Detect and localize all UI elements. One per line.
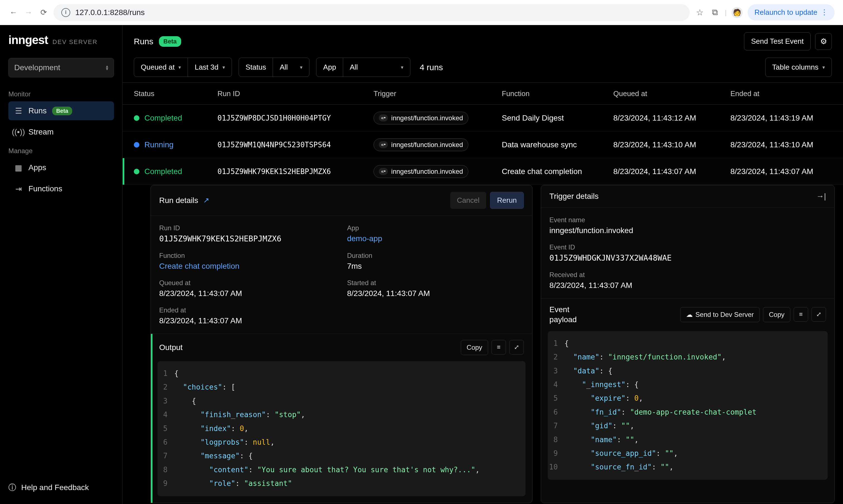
- page-header: Runs Beta Send Test Event ⚙: [123, 25, 843, 58]
- detail-queued-at: 8/23/2024, 11:43:07 AM: [159, 289, 336, 298]
- url-text: 127.0.0.1:8288/runs: [75, 8, 145, 17]
- copy-payload-button[interactable]: Copy: [763, 307, 790, 322]
- trigger-details-title: Trigger details: [549, 192, 599, 201]
- filters-bar: Queued at▾ Last 3d▾ Status All▾ App All▾…: [123, 58, 843, 83]
- runs-icon: ☰: [14, 106, 23, 115]
- output-code: 1{2 "choices": [3 {4 "finish_reason": "s…: [157, 361, 526, 496]
- page-title: Runs: [134, 37, 153, 46]
- col-run-id: Run ID: [218, 89, 374, 98]
- url-bar[interactable]: i 127.0.0.1:8288/runs: [53, 4, 690, 21]
- profile-avatar[interactable]: 🧑: [732, 7, 743, 18]
- cloud-icon: ☁: [686, 311, 693, 319]
- site-info-icon[interactable]: i: [61, 8, 70, 17]
- trigger-event-name: inngest/function.invoked: [549, 226, 826, 235]
- collapse-icon[interactable]: →|: [816, 192, 826, 201]
- wrap-lines-button[interactable]: ≡: [492, 340, 506, 355]
- send-to-dev-server-button[interactable]: ☁Send to Dev Server: [680, 307, 760, 322]
- help-icon: ⓘ: [8, 482, 16, 493]
- chevron-down-icon: ▾: [822, 64, 825, 70]
- relaunch-button[interactable]: Relaunch to update ⋮: [748, 4, 835, 21]
- detail-ended-at: 8/23/2024, 11:43:07 AM: [159, 316, 336, 325]
- expand-button[interactable]: ⤢: [811, 307, 826, 322]
- chevron-down-icon: ▾: [222, 64, 225, 70]
- logo: inngest DEV SERVER: [0, 25, 122, 52]
- chevron-down-icon: ▾: [178, 64, 181, 70]
- table-row[interactable]: Completed01J5Z9WHK79KEK1S2HEBPJMZX6«•inn…: [123, 158, 843, 185]
- apps-icon: ▦: [14, 163, 23, 172]
- app-filter[interactable]: App All▾: [316, 58, 410, 77]
- table-header: Status Run ID Trigger Function Queued at…: [123, 83, 843, 105]
- sidebar-item-apps[interactable]: ▦ Apps: [8, 158, 114, 177]
- reload-button[interactable]: ⟳: [38, 7, 49, 18]
- settings-button[interactable]: ⚙: [815, 33, 832, 50]
- stream-icon: ((•)): [14, 128, 23, 137]
- browser-chrome: ← → ⟳ i 127.0.0.1:8288/runs ☆ ⧉ | 🧑 Rela…: [0, 0, 843, 25]
- back-button[interactable]: ←: [8, 7, 18, 18]
- col-queued-at: Queued at: [613, 89, 730, 98]
- trigger-received-at: 8/23/2024, 11:43:07 AM: [549, 281, 826, 290]
- cancel-button: Cancel: [450, 192, 486, 209]
- table-row[interactable]: Completed01J5Z9WP8DCJSD1H0H0H04PTGY«•inn…: [123, 105, 843, 131]
- run-details-panel: Run details ↗ Cancel Rerun Run ID01J5Z9W…: [151, 185, 532, 503]
- main-content: Runs Beta Send Test Event ⚙ Queued at▾ L…: [123, 25, 843, 504]
- rerun-button[interactable]: Rerun: [490, 192, 524, 209]
- wrap-lines-button[interactable]: ≡: [794, 307, 808, 322]
- sidebar-section-monitor: Monitor: [0, 86, 122, 100]
- sidebar-item-functions[interactable]: ⇥ Functions: [8, 179, 114, 198]
- detail-started-at: 8/23/2024, 11:43:07 AM: [347, 289, 524, 298]
- copy-output-button[interactable]: Copy: [461, 340, 488, 355]
- trigger-details-panel: Trigger details →| Event nameinngest/fun…: [541, 185, 835, 503]
- forward-button[interactable]: →: [23, 7, 33, 18]
- sidebar-item-runs[interactable]: ☰ Runs Beta: [8, 101, 114, 120]
- details-pane: Run details ↗ Cancel Rerun Run ID01J5Z9W…: [139, 185, 843, 504]
- detail-app-link[interactable]: demo-app: [347, 234, 524, 243]
- detail-run-id: 01J5Z9WHK79KEK1S2HEBPJMZX6: [159, 234, 336, 244]
- environment-selector[interactable]: Development ▴▾: [8, 58, 114, 77]
- external-link-icon[interactable]: ↗: [203, 196, 209, 205]
- payload-code: 1{2 "name": "inngest/function.invoked",3…: [548, 331, 828, 480]
- more-icon: ⋮: [821, 8, 828, 17]
- sidebar-item-stream[interactable]: ((•)) Stream: [8, 123, 114, 142]
- detail-function-link[interactable]: Create chat completion: [159, 262, 336, 271]
- runs-count: 4 runs: [420, 62, 443, 72]
- chevron-down-icon: ▾: [300, 64, 303, 70]
- payload-title: Event payload: [549, 305, 577, 325]
- beta-badge: Beta: [52, 107, 72, 115]
- sidebar-section-manage: Manage: [0, 143, 122, 157]
- sidebar: inngest DEV SERVER Development ▴▾ Monito…: [0, 25, 123, 504]
- runs-table: Status Run ID Trigger Function Queued at…: [123, 83, 843, 504]
- gear-icon: ⚙: [820, 37, 827, 46]
- beta-pill: Beta: [159, 36, 181, 47]
- trigger-event-id: 01J5Z9WHDGKJNV337X2WA48WAE: [549, 253, 826, 263]
- table-row[interactable]: Running01J5Z9WM1QN4NP9C5230TSPS64«•innge…: [123, 131, 843, 158]
- sort-filter[interactable]: Queued at▾ Last 3d▾: [134, 58, 232, 77]
- chevron-updown-icon: ▴▾: [106, 65, 108, 70]
- expand-button[interactable]: ⤢: [509, 340, 524, 355]
- col-status: Status: [134, 89, 218, 98]
- status-filter[interactable]: Status All▾: [239, 58, 310, 77]
- payload-panel: Event payload ☁Send to Dev Server Copy ≡…: [541, 298, 835, 486]
- help-button[interactable]: ⓘ Help and Feedback: [0, 474, 122, 504]
- extensions-icon[interactable]: ⧉: [710, 7, 720, 18]
- output-title: Output: [159, 343, 183, 352]
- send-test-event-button[interactable]: Send Test Event: [744, 32, 811, 50]
- run-details-title: Run details: [159, 196, 198, 205]
- table-columns-button[interactable]: Table columns▾: [765, 58, 832, 77]
- col-trigger: Trigger: [374, 89, 502, 98]
- separator: |: [725, 8, 726, 16]
- bookmark-icon[interactable]: ☆: [695, 7, 705, 18]
- chevron-down-icon: ▾: [401, 64, 403, 70]
- col-ended-at: Ended at: [730, 89, 843, 98]
- col-function: Function: [502, 89, 613, 98]
- detail-duration: 7ms: [347, 262, 524, 271]
- output-panel: Output Copy ≡ ⤢ 1{2 "choices": [3 {4 "fi…: [151, 334, 532, 503]
- functions-icon: ⇥: [14, 184, 23, 193]
